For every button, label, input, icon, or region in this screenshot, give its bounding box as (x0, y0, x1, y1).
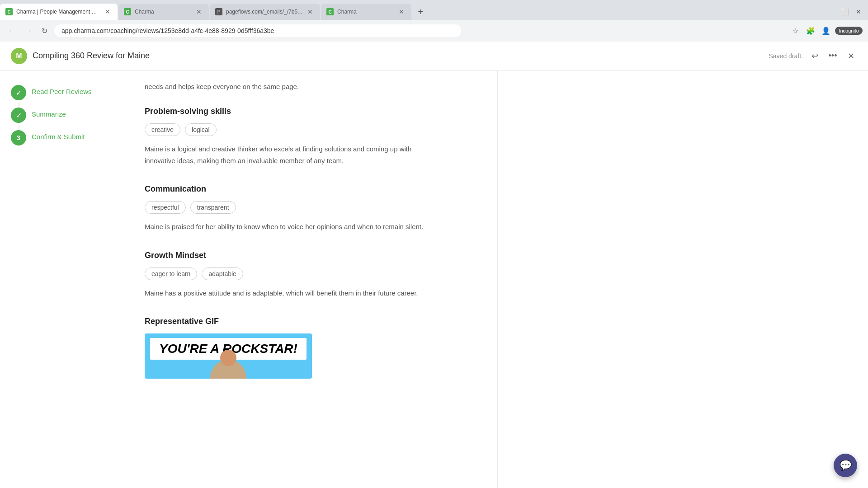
problem-solving-tags: creative logical (145, 123, 434, 136)
sidebar-step-1[interactable]: ✓ Read Peer Reviews (11, 85, 116, 100)
tab-2-favicon: C (124, 8, 131, 15)
new-tab-button[interactable]: + (412, 4, 429, 20)
app-body: ✓ Read Peer Reviews ✓ Summarize 3 Confir… (0, 70, 868, 488)
minimize-button[interactable]: ─ (826, 6, 837, 18)
sidebar-item-read-peer-reviews[interactable]: Read Peer Reviews (32, 85, 92, 95)
tab-4-close[interactable]: ✕ (397, 7, 406, 16)
main-content: needs and helps keep everyone on the sam… (127, 70, 497, 488)
step-1-icon: ✓ (11, 85, 26, 100)
problem-solving-text: Maine is a logical and creative thinker … (145, 143, 434, 166)
page-title: Compiling 360 Review for Maine (33, 51, 150, 61)
gif-section-title: Representative GIF (145, 317, 434, 326)
tab-4-favicon: C (326, 8, 334, 15)
tab-2[interactable]: C Charma ✕ (118, 4, 209, 20)
content-area: needs and helps keep everyone on the sam… (127, 70, 452, 415)
browser-chrome: C Charma | People Management S... ✕ C Ch… (0, 0, 868, 42)
address-bar: ← → ↻ ☆ 🧩 👤 Incognito (0, 20, 868, 42)
communication-section: Communication respectful transparent Mai… (145, 184, 434, 233)
tag-logical: logical (185, 123, 217, 136)
address-input[interactable] (54, 24, 461, 37)
growth-mindset-tags: eager to learn adaptable (145, 267, 434, 280)
tab-2-label: Charma (135, 9, 191, 15)
problem-solving-section: Problem-solving skills creative logical … (145, 107, 434, 166)
step-3-icon: 3 (11, 130, 26, 145)
communication-title: Communication (145, 184, 434, 194)
history-icon[interactable]: ↩ (808, 50, 821, 62)
communication-tags: respectful transparent (145, 201, 434, 214)
chat-icon: 💬 (840, 460, 852, 471)
back-button[interactable]: ← (5, 24, 18, 37)
gif-container: YOU'RE A ROCKSTAR! (145, 333, 312, 379)
app-header: M Compiling 360 Review for Maine Saved d… (0, 42, 868, 70)
sidebar-item-summarize[interactable]: Summarize (32, 108, 66, 118)
close-window-button[interactable]: ✕ (853, 6, 864, 18)
sidebar: ✓ Read Peer Reviews ✓ Summarize 3 Confir… (0, 70, 127, 488)
tab-1-favicon: C (5, 8, 13, 15)
more-options-icon[interactable]: ••• (826, 50, 839, 62)
sidebar-step-3[interactable]: 3 Confirm & Submit (11, 130, 116, 145)
address-right-controls: ☆ 🧩 👤 Incognito (789, 24, 863, 37)
incognito-badge: Incognito (835, 27, 863, 35)
tag-eager-to-learn: eager to learn (145, 267, 197, 280)
tab-2-close[interactable]: ✕ (194, 7, 203, 16)
growth-mindset-section: Growth Mindset eager to learn adaptable … (145, 251, 434, 299)
forward-button[interactable]: → (22, 24, 34, 37)
tab-1-active[interactable]: C Charma | People Management S... ✕ (0, 4, 118, 20)
tab-4-label: Charma (337, 9, 393, 15)
gif-section: Representative GIF YOU'RE A ROCKSTAR! (145, 317, 434, 379)
tag-creative: creative (145, 123, 180, 136)
restore-button[interactable]: ⬜ (839, 6, 851, 18)
step-2-icon: ✓ (11, 108, 26, 123)
problem-solving-title: Problem-solving skills (145, 107, 434, 116)
window-controls: ─ ⬜ ✕ (826, 4, 868, 20)
sidebar-step-2[interactable]: ✓ Summarize (11, 108, 116, 123)
app: M Compiling 360 Review for Maine Saved d… (0, 42, 868, 488)
growth-mindset-title: Growth Mindset (145, 251, 434, 260)
tab-bar: C Charma | People Management S... ✕ C Ch… (0, 0, 868, 20)
tag-transparent: transparent (190, 201, 236, 214)
tab-3-close[interactable]: ✕ (306, 7, 315, 16)
tag-respectful: respectful (145, 201, 186, 214)
tab-3-favicon: P (215, 8, 222, 15)
tab-3[interactable]: P pageflows.com/_emails/_/7b5... ✕ (210, 4, 320, 20)
saved-draft-status: Saved draft. (769, 52, 803, 60)
tab-4[interactable]: C Charma ✕ (321, 4, 411, 20)
app-logo: M (11, 48, 27, 64)
bookmark-icon[interactable]: ☆ (789, 24, 802, 37)
growth-mindset-text: Maine has a positive attitude and is ada… (145, 287, 434, 299)
extensions-icon[interactable]: 🧩 (804, 24, 817, 37)
tab-3-label: pageflows.com/_emails/_/7b5... (226, 9, 302, 15)
tag-adaptable: adaptable (202, 267, 243, 280)
tab-1-label: Charma | People Management S... (16, 9, 99, 15)
sidebar-item-confirm-submit[interactable]: Confirm & Submit (32, 130, 85, 141)
communication-text: Maine is praised for her ability to know… (145, 221, 434, 233)
right-panel (497, 70, 868, 488)
reload-button[interactable]: ↻ (38, 24, 51, 37)
close-icon[interactable]: ✕ (844, 50, 857, 62)
tab-1-close[interactable]: ✕ (103, 7, 112, 16)
chat-widget[interactable]: 💬 (834, 454, 857, 477)
header-right: Saved draft. ↩ ••• ✕ (769, 50, 858, 62)
top-text: needs and helps keep everyone on the sam… (145, 70, 434, 107)
profile-icon[interactable]: 👤 (820, 24, 832, 37)
